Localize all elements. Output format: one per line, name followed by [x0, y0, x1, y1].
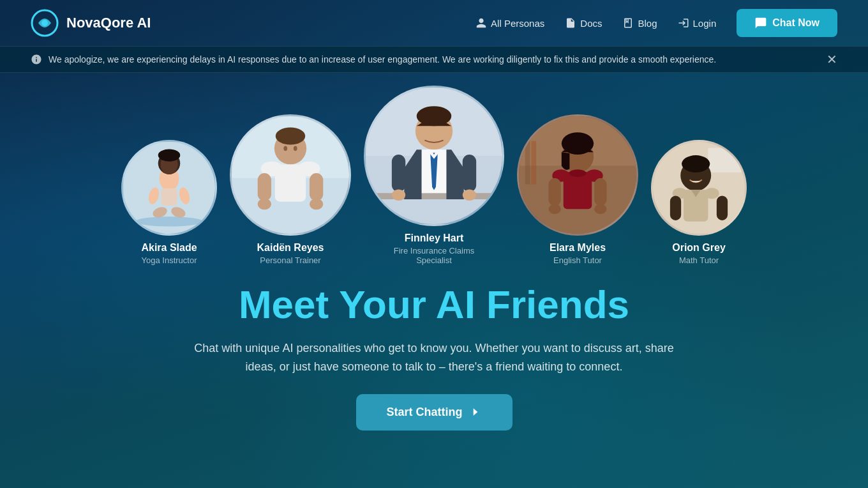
hero-title: Meet Your AI Friends — [26, 283, 842, 326]
close-banner-button[interactable]: ✕ — [827, 53, 837, 66]
start-chatting-button[interactable]: Start Chatting — [356, 394, 513, 431]
persona-card-orion[interactable]: Orion Grey Math Tutor — [645, 140, 753, 265]
svg-rect-48 — [548, 178, 560, 206]
nav-docs-label: Docs — [580, 18, 602, 29]
navbar: NovaQore AI All Personas Docs Blog Login — [0, 0, 868, 46]
chat-now-icon — [754, 17, 767, 29]
logo-icon — [31, 9, 59, 37]
docs-icon — [565, 17, 576, 29]
brand-name: NovaQore AI — [66, 15, 151, 31]
svg-point-59 — [705, 188, 719, 199]
svg-rect-35 — [463, 155, 476, 192]
login-icon — [678, 17, 689, 29]
persona-card-kaiden[interactable]: Kaidën Reyes Personal Trainer — [223, 114, 357, 265]
svg-rect-8 — [161, 188, 177, 206]
persona-card-finnley[interactable]: Finnley Hart Fire Insurance Claims Speci… — [357, 86, 511, 265]
nav-login-label: Login — [693, 18, 717, 29]
nav-login[interactable]: Login — [678, 17, 717, 29]
svg-rect-54 — [708, 148, 742, 172]
persona-name-finnley: Finnley Hart — [405, 233, 463, 244]
svg-rect-49 — [594, 178, 606, 206]
persona-avatar-elara — [517, 114, 638, 236]
svg-point-37 — [463, 190, 476, 201]
svg-rect-28 — [366, 193, 502, 199]
start-chatting-label: Start Chatting — [387, 406, 463, 419]
svg-point-25 — [310, 199, 323, 210]
notification-content: We apologize, we are experiencing delays… — [31, 54, 716, 65]
svg-point-7 — [158, 149, 181, 162]
persona-name-akira: Akira Slade — [141, 242, 197, 254]
nav-docs[interactable]: Docs — [565, 17, 602, 29]
svg-point-1 — [41, 20, 48, 26]
persona-name-elara: Elara Myles — [550, 242, 606, 254]
nav-links: All Personas Docs Blog Login Chat Now — [475, 9, 837, 37]
svg-point-3 — [135, 217, 203, 226]
svg-rect-34 — [392, 155, 405, 192]
svg-point-50 — [548, 204, 560, 214]
notification-message: We apologize, we are experiencing delays… — [49, 54, 716, 65]
info-icon — [31, 54, 42, 65]
logo[interactable]: NovaQore AI — [31, 9, 151, 37]
svg-point-36 — [392, 190, 405, 201]
persona-title-finnley: Fire Insurance Claims Specialist — [383, 246, 485, 265]
persona-name-kaiden: Kaidën Reyes — [257, 242, 324, 254]
nav-all-personas-label: All Personas — [491, 18, 544, 29]
nav-blog[interactable]: Blog — [622, 17, 657, 29]
persona-title-elara: English Tutor — [553, 255, 602, 265]
persona-avatar-kaiden — [230, 114, 351, 236]
person-icon — [475, 17, 487, 29]
svg-point-51 — [594, 204, 606, 214]
persona-avatar-akira — [121, 140, 217, 236]
hero-subtitle: Chat with unique AI personalities who ge… — [191, 339, 677, 376]
svg-rect-23 — [310, 173, 323, 201]
svg-point-56 — [682, 155, 710, 172]
svg-point-24 — [258, 199, 271, 210]
persona-card-elara[interactable]: Elara Myles English Tutor — [511, 114, 645, 265]
svg-rect-60 — [670, 195, 681, 220]
svg-rect-61 — [717, 195, 728, 220]
chat-now-label: Chat Now — [772, 17, 819, 29]
persona-name-orion: Orion Grey — [672, 242, 726, 254]
persona-avatar-orion — [651, 140, 747, 236]
svg-rect-41 — [531, 141, 536, 185]
notification-banner: We apologize, we are experiencing delays… — [0, 46, 868, 73]
persona-title-akira: Yoga Instructor — [142, 255, 197, 265]
arrow-right-icon — [469, 406, 482, 418]
svg-rect-40 — [525, 135, 530, 184]
persona-title-kaiden: Personal Trainer — [260, 255, 320, 265]
svg-point-16 — [276, 127, 305, 144]
svg-point-18 — [294, 146, 297, 151]
nav-all-personas[interactable]: All Personas — [475, 17, 544, 29]
personas-row: Akira Slade Yoga Instructor — [0, 73, 868, 265]
chat-now-button[interactable]: Chat Now — [737, 9, 837, 37]
nav-blog-label: Blog — [638, 18, 657, 29]
svg-point-17 — [283, 146, 287, 151]
persona-title-orion: Math Tutor — [679, 255, 719, 265]
persona-avatar-finnley — [364, 86, 504, 226]
persona-card-akira[interactable]: Akira Slade Yoga Instructor — [115, 140, 223, 265]
blog-icon — [622, 17, 634, 29]
hero-section: Meet Your AI Friends Chat with unique AI… — [0, 265, 868, 443]
svg-point-45 — [569, 169, 586, 177]
svg-rect-22 — [258, 173, 271, 201]
